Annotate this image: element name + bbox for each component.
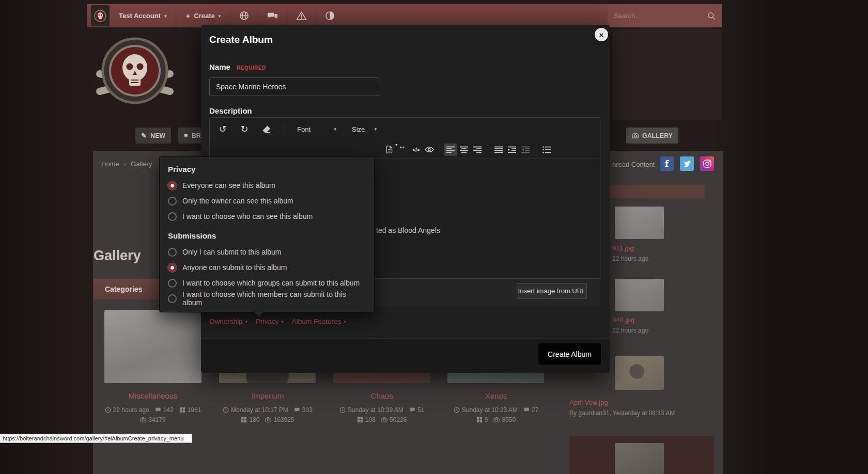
editor-toolbar-row1: ↺ ↻ Font▾ Size▾ bbox=[210, 118, 600, 140]
chevron-down-icon: ▾ bbox=[219, 13, 221, 19]
sidebar-image-link[interactable]: 911.jpg bbox=[612, 244, 634, 252]
bullet-list-button[interactable] bbox=[540, 144, 553, 156]
skull-crossbones-emblem-icon bbox=[92, 29, 178, 115]
insert-image-url-button[interactable]: Insert image from URL bbox=[517, 283, 587, 299]
radio-selected[interactable] bbox=[168, 263, 177, 272]
category-title[interactable]: Miscellaneous bbox=[99, 391, 207, 400]
create-album-submit-button[interactable]: Create Album bbox=[538, 343, 601, 365]
submission-option[interactable]: Only I can submit to this album bbox=[168, 244, 366, 260]
breadcrumb-home[interactable]: Home bbox=[101, 160, 119, 168]
template-button[interactable]: ▾ bbox=[382, 144, 396, 156]
clock-icon bbox=[223, 407, 229, 413]
messages-button[interactable] bbox=[258, 4, 287, 27]
privacy-option[interactable]: I want to choose who can see this album bbox=[168, 209, 366, 224]
outdent-button[interactable] bbox=[519, 144, 532, 156]
align-center-button[interactable] bbox=[457, 144, 471, 156]
privacy-option[interactable]: Everyone can see this album bbox=[168, 178, 366, 193]
tab-gallery[interactable]: GALLERY bbox=[626, 128, 678, 144]
ownership-menu-link[interactable]: Ownership▾ bbox=[209, 318, 247, 325]
category-title[interactable]: Imperium bbox=[214, 391, 321, 400]
eraser-icon bbox=[262, 125, 271, 133]
undo-button[interactable]: ↺ bbox=[216, 123, 229, 135]
site-emblem[interactable] bbox=[92, 29, 178, 115]
privacy-section-header: Privacy bbox=[168, 165, 366, 173]
clock-icon bbox=[454, 407, 460, 413]
option-label: I want to choose which groups can submit… bbox=[182, 279, 360, 287]
chevron-down-icon: ▾ bbox=[334, 127, 336, 132]
tab-gallery-label: GALLERY bbox=[642, 132, 673, 139]
site-logo[interactable] bbox=[91, 5, 110, 26]
preview-button[interactable] bbox=[423, 144, 436, 156]
submission-option[interactable]: Anyone can submit to this album bbox=[168, 260, 366, 275]
album-features-menu-link[interactable]: Album Features▾ bbox=[292, 318, 346, 325]
facebook-icon: f bbox=[665, 159, 669, 169]
name-label: Name bbox=[209, 62, 230, 71]
albums-icon bbox=[179, 407, 185, 413]
tab-new-label: NEW bbox=[150, 132, 165, 139]
sidebar-image-link[interactable]: 348.jpg bbox=[612, 316, 634, 324]
modal-title: Create Album bbox=[209, 34, 273, 45]
justify-button[interactable] bbox=[492, 144, 505, 156]
radio[interactable] bbox=[168, 212, 177, 221]
top-navbar: Test Account ▾ + Create ▾ bbox=[87, 4, 722, 27]
album-name-input[interactable] bbox=[209, 77, 379, 96]
category-title[interactable]: Chaos bbox=[328, 391, 436, 400]
browse-globe-button[interactable] bbox=[230, 4, 258, 27]
camera-icon bbox=[493, 417, 500, 423]
sidebar-image-meta: 22 hours ago bbox=[612, 327, 648, 334]
alerts-button[interactable] bbox=[287, 4, 316, 27]
camera-icon bbox=[632, 132, 639, 139]
indent-button[interactable] bbox=[505, 144, 519, 156]
align-right-icon bbox=[473, 146, 482, 153]
create-menu-label: Create bbox=[194, 12, 214, 20]
sidebar-thumb[interactable] bbox=[615, 356, 664, 390]
create-menu[interactable]: + Create ▾ bbox=[176, 4, 230, 27]
privacy-option[interactable]: Only the owner can see this album bbox=[168, 193, 366, 209]
tab-new[interactable]: ✎ NEW bbox=[135, 128, 171, 144]
quote-button[interactable]: ” bbox=[396, 144, 409, 156]
facebook-button[interactable]: f bbox=[660, 156, 674, 171]
redo-button[interactable]: ↻ bbox=[238, 123, 251, 135]
size-select[interactable]: Size▾ bbox=[352, 125, 377, 133]
search-input[interactable] bbox=[614, 12, 707, 20]
search-icon[interactable] bbox=[707, 12, 716, 20]
twitter-button[interactable] bbox=[680, 156, 694, 171]
radio[interactable] bbox=[168, 197, 177, 206]
modal-footer: Create Album bbox=[201, 338, 610, 373]
outdent-icon bbox=[521, 146, 530, 153]
camera-icon bbox=[381, 417, 388, 423]
modal-close-button[interactable]: × bbox=[595, 28, 608, 41]
code-button[interactable]: </> bbox=[409, 144, 423, 156]
chat-icon bbox=[267, 11, 278, 21]
submission-option[interactable]: I want to choose which members can submi… bbox=[168, 291, 366, 306]
font-select[interactable]: Font▾ bbox=[297, 125, 336, 133]
option-label: Anyone can submit to this album bbox=[182, 263, 287, 272]
align-left-icon bbox=[446, 146, 455, 153]
radio[interactable] bbox=[168, 248, 177, 257]
comment-icon bbox=[409, 407, 415, 413]
align-left-button[interactable] bbox=[444, 144, 457, 156]
account-menu[interactable]: Test Account ▾ bbox=[110, 4, 176, 27]
radio-selected[interactable] bbox=[168, 181, 177, 190]
camera-icon bbox=[265, 417, 271, 423]
submission-option[interactable]: I want to choose which groups can submit… bbox=[168, 275, 366, 291]
theme-toggle-button[interactable] bbox=[316, 4, 344, 27]
remove-format-button[interactable] bbox=[259, 123, 273, 135]
privacy-menu-link[interactable]: Privacy▾ bbox=[256, 318, 284, 325]
radio[interactable] bbox=[168, 279, 177, 288]
breadcrumb-current[interactable]: Gallery bbox=[131, 160, 152, 168]
category-title[interactable]: Xenos bbox=[442, 391, 550, 400]
sidebar-thumb[interactable] bbox=[615, 207, 664, 239]
indent-icon bbox=[508, 146, 516, 153]
eye-icon bbox=[425, 146, 434, 153]
unread-content-link[interactable]: nread Content bbox=[612, 161, 655, 168]
sidebar-image-link[interactable]: April Vow.jpg bbox=[569, 399, 608, 406]
radio[interactable] bbox=[168, 294, 177, 303]
sidebar-thumb[interactable] bbox=[615, 279, 664, 311]
category-thumb-miscellaneous[interactable] bbox=[104, 310, 202, 383]
sidebar-thumb[interactable] bbox=[615, 443, 664, 474]
header-banner-block bbox=[612, 29, 721, 120]
instagram-icon bbox=[703, 160, 711, 168]
instagram-button[interactable] bbox=[700, 156, 714, 171]
align-right-button[interactable] bbox=[471, 144, 484, 156]
